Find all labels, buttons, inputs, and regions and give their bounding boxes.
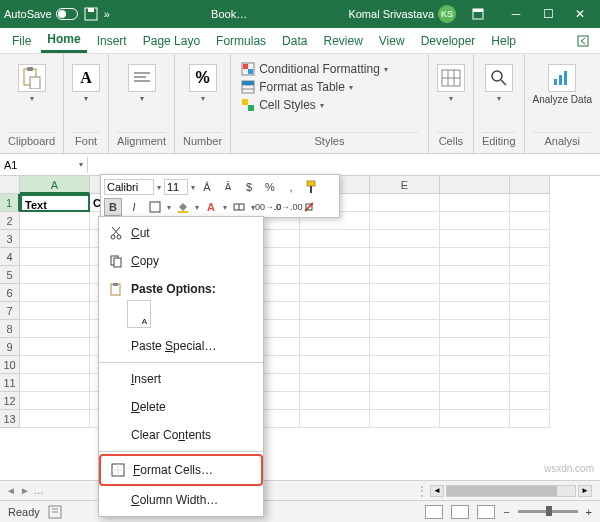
ctx-column-width[interactable]: Column Width… [99,486,263,514]
cell-styles-button[interactable]: Cell Styles ▾ [241,98,418,112]
cell[interactable] [510,392,550,410]
tab-developer[interactable]: Developer [415,30,482,52]
cell[interactable] [20,230,90,248]
chevron-down-icon[interactable]: ▾ [497,94,501,103]
ctx-insert[interactable]: Insert [99,365,263,393]
row-header-12[interactable]: 12 [0,392,20,410]
cell[interactable] [300,356,370,374]
cell[interactable] [370,338,440,356]
font-icon[interactable]: A [72,64,100,92]
accounting-format-icon[interactable]: $ [240,178,258,196]
sheet-nav[interactable]: ◄ ► … [0,485,50,496]
cell[interactable] [440,356,510,374]
tab-help[interactable]: Help [485,30,522,52]
clear-format-icon[interactable] [300,198,318,216]
ctx-cut[interactable]: Cut [99,219,263,247]
cell[interactable] [20,212,90,230]
overflow-icon[interactable]: » [104,8,110,20]
tab-file[interactable]: File [6,30,37,52]
cell[interactable] [510,320,550,338]
sheet-next-icon[interactable]: ► [20,485,30,496]
cell[interactable] [300,230,370,248]
ctx-clear-contents[interactable]: Clear Contents [99,421,263,449]
cell[interactable] [510,302,550,320]
chevron-down-icon[interactable]: ▾ [140,94,144,103]
fill-color-icon[interactable] [174,198,192,216]
format-painter-icon[interactable] [303,178,321,196]
cell[interactable] [440,266,510,284]
chevron-down-icon[interactable]: ▾ [191,183,195,192]
maximize-button[interactable]: ☐ [532,0,564,28]
cell-a1[interactable]: Text [20,194,90,212]
cell[interactable] [510,266,550,284]
conditional-format-button[interactable]: Conditional Formatting ▾ [241,62,418,76]
scroll-right-button[interactable]: ► [578,485,592,497]
cell[interactable] [370,356,440,374]
italic-button[interactable]: I [125,198,143,216]
cell[interactable] [370,410,440,428]
chevron-down-icon[interactable]: ▾ [195,203,199,212]
cell[interactable] [370,374,440,392]
ctx-paste-special[interactable]: Paste Special… [99,332,263,360]
row-header-13[interactable]: 13 [0,410,20,428]
ribbon-display-icon[interactable] [462,0,494,28]
percent-format-icon[interactable]: % [261,178,279,196]
zoom-out-button[interactable]: − [503,506,509,518]
format-table-button[interactable]: Format as Table ▾ [241,80,418,94]
cell[interactable] [440,374,510,392]
cell[interactable] [300,338,370,356]
row-header-7[interactable]: 7 [0,302,20,320]
scroll-left-button[interactable]: ◄ [430,485,444,497]
cell[interactable] [20,356,90,374]
decrease-font-icon[interactable]: Ǎ [219,178,237,196]
find-icon[interactable] [485,64,513,92]
chevron-down-icon[interactable]: ▾ [167,203,171,212]
chevron-down-icon[interactable]: ▾ [30,94,34,103]
increase-decimal-icon[interactable]: .0→.00 [279,198,297,216]
tab-home[interactable]: Home [41,28,86,53]
ctx-format-cells[interactable]: Format Cells… [99,454,263,486]
cell[interactable] [440,284,510,302]
increase-font-icon[interactable]: Â [198,178,216,196]
row-header-1[interactable]: 1 [0,194,20,212]
name-box[interactable]: A1 ▾ [0,157,88,173]
font-size-input[interactable] [164,179,188,195]
cells-icon[interactable] [437,64,465,92]
comma-format-icon[interactable]: , [282,178,300,196]
cell[interactable] [370,320,440,338]
ctx-copy[interactable]: Copy [99,247,263,275]
row-header-5[interactable]: 5 [0,266,20,284]
cell[interactable] [300,266,370,284]
cell[interactable] [510,374,550,392]
tab-view[interactable]: View [373,30,411,52]
analyze-icon[interactable] [548,64,576,92]
cell[interactable] [20,302,90,320]
row-header-4[interactable]: 4 [0,248,20,266]
minimize-button[interactable]: ─ [500,0,532,28]
cell[interactable] [510,194,550,212]
cell[interactable] [20,392,90,410]
cell[interactable] [510,212,550,230]
row-header-10[interactable]: 10 [0,356,20,374]
close-button[interactable]: ✕ [564,0,596,28]
cell[interactable] [440,392,510,410]
cell[interactable] [300,410,370,428]
cell[interactable] [510,284,550,302]
sheet-more-icon[interactable]: … [34,485,44,496]
zoom-in-button[interactable]: + [586,506,592,518]
cell[interactable] [440,212,510,230]
row-header-9[interactable]: 9 [0,338,20,356]
chevron-down-icon[interactable]: ▾ [201,94,205,103]
cell[interactable] [440,302,510,320]
cell[interactable] [20,338,90,356]
cell[interactable] [300,284,370,302]
cell[interactable] [300,302,370,320]
cell[interactable] [510,356,550,374]
cell[interactable] [510,230,550,248]
tab-data[interactable]: Data [276,30,313,52]
column-header-blank2[interactable] [510,176,550,194]
column-header-e[interactable]: E [370,176,440,194]
chevron-down-icon[interactable]: ▾ [79,160,83,169]
tab-insert[interactable]: Insert [91,30,133,52]
sheet-prev-icon[interactable]: ◄ [6,485,16,496]
